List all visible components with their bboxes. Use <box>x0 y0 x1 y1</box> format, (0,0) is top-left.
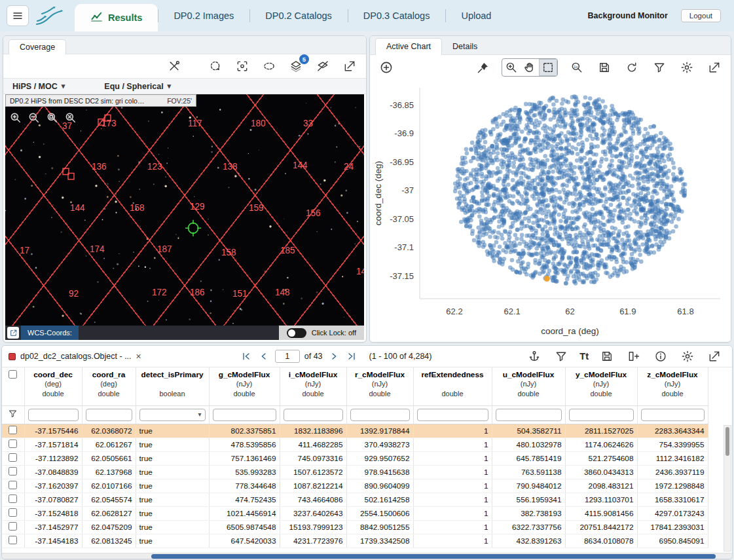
filter-input-u_cModelFlux[interactable] <box>496 409 562 421</box>
hips-moc-dropdown[interactable]: HiPS / MOC <box>12 82 65 91</box>
prev-page-button[interactable] <box>257 350 270 363</box>
expand-coverage-icon[interactable] <box>341 58 358 75</box>
row-checkbox[interactable] <box>9 508 17 517</box>
tab-coverage[interactable]: Coverage <box>9 39 66 54</box>
vertical-scrollbar[interactable] <box>724 425 731 551</box>
table-row[interactable]: -37.145297762.0475209true6505.9874548151… <box>2 520 708 534</box>
main-tab-dp0-2-catalogs[interactable]: DP0.2 Catalogs <box>249 0 348 31</box>
column-header-u_cModelFlux[interactable]: u_cModelFlux(nJy)double <box>492 367 565 405</box>
main-tab-results[interactable]: Results <box>75 4 158 31</box>
filter-input-z_cModelFlux[interactable] <box>641 409 705 421</box>
column-header-coord_ra[interactable]: coord_ra(deg)double <box>82 367 136 405</box>
mark-position-icon[interactable] <box>526 348 543 365</box>
table-row[interactable]: -37.157181462.061267true478.5395856411.4… <box>2 438 708 451</box>
horizontal-scrollbar[interactable] <box>2 553 732 559</box>
zoom-original-icon[interactable]: 1x <box>568 59 585 76</box>
row-checkbox[interactable] <box>9 467 17 476</box>
click-lock-toggle[interactable] <box>287 328 306 338</box>
layers-icon[interactable]: 5 <box>287 58 304 75</box>
add-chart-icon[interactable] <box>378 59 395 76</box>
text-view-icon[interactable]: Tt <box>579 351 589 362</box>
external-link-icon[interactable] <box>7 327 19 339</box>
box-select-icon[interactable] <box>539 59 557 76</box>
table-row[interactable]: -37.145418362.0813245true647.54200334231… <box>2 534 708 548</box>
column-header-refExtendedness[interactable]: refExtendedness double <box>413 367 492 405</box>
select-all-checkbox[interactable] <box>9 370 17 379</box>
logout-button[interactable]: Logout <box>681 9 721 22</box>
last-page-button[interactable] <box>345 350 358 363</box>
row-checkbox[interactable] <box>9 439 17 448</box>
cell-g_cModelFlux: 478.5395856 <box>209 438 280 451</box>
chart-settings-icon[interactable] <box>678 59 695 76</box>
column-header-coord_dec[interactable]: coord_dec(deg)double <box>24 367 82 405</box>
sky-image[interactable]: 3717311718033136123138144241441581291591… <box>5 94 364 326</box>
zoom-out-icon[interactable] <box>27 111 41 125</box>
column-header-detect_isPrimary[interactable]: detect_isPrimary boolean <box>136 367 209 405</box>
filter-chart-icon[interactable] <box>651 59 668 76</box>
row-checkbox[interactable] <box>9 481 17 489</box>
table-row[interactable]: -37.152481862.0628127true1021.4456914323… <box>2 506 708 520</box>
filter-input-coord_ra[interactable] <box>86 409 132 421</box>
column-header-y_cModelFlux[interactable]: y_cModelFlux(nJy)double <box>565 367 637 405</box>
filter-input-r_cModelFlux[interactable] <box>350 409 410 421</box>
table-row[interactable]: -37.078082762.0545574true474.752435743.4… <box>2 493 708 506</box>
zoom-fill-icon[interactable] <box>64 111 78 125</box>
expand-table-icon[interactable] <box>706 348 723 365</box>
save-table-icon[interactable] <box>598 348 615 365</box>
tools-icon[interactable] <box>166 58 183 75</box>
horizontal-scrollbar-thumb[interactable] <box>151 554 716 559</box>
column-header-g_cModelFlux[interactable]: g_cModelFlux(nJy)double <box>209 367 280 405</box>
expand-chart-icon[interactable] <box>706 59 723 76</box>
main-tab-upload[interactable]: Upload <box>445 0 507 31</box>
table-row[interactable]: -37.112389262.0505661true757.1361469745.… <box>2 451 708 465</box>
background-monitor-link[interactable]: Background Monitor <box>588 11 668 20</box>
ellipse-select-icon[interactable] <box>261 58 278 75</box>
filter-table-icon[interactable] <box>553 348 570 365</box>
chart-tab-details[interactable]: Details <box>442 39 488 54</box>
row-checkbox[interactable] <box>9 536 17 544</box>
table-row[interactable]: -37.162039762.0107166true778.3446481087.… <box>2 479 708 493</box>
table-settings-icon[interactable] <box>679 348 696 365</box>
table-color-chip[interactable] <box>9 353 16 360</box>
main-tab-dp0-3-catalogs[interactable]: DP0.3 Catalogs <box>348 0 446 31</box>
filter-select-detect_isPrimary[interactable] <box>139 409 206 421</box>
zoom-select-icon[interactable] <box>502 59 521 76</box>
main-tab-dp0-2-images[interactable]: DP0.2 Images <box>158 0 249 31</box>
zoom-in-icon[interactable] <box>9 111 23 125</box>
restore-chart-icon[interactable] <box>623 59 640 76</box>
filter-input-refExtendedness[interactable] <box>417 409 488 421</box>
hamburger-menu-button[interactable] <box>7 5 29 26</box>
table-row[interactable]: -37.084883962.137968true535.9932831507.6… <box>2 465 708 479</box>
row-checkbox[interactable] <box>9 426 17 434</box>
table-info-icon[interactable] <box>652 348 669 365</box>
page-number-input[interactable] <box>275 350 300 363</box>
column-header-r_cModelFlux[interactable]: r_cModelFlux(nJy)double <box>346 367 413 405</box>
chart-tab-active-chart[interactable]: Active Chart <box>375 38 442 55</box>
projection-dropdown[interactable]: Equ / Spherical <box>104 82 171 91</box>
next-page-button[interactable] <box>327 350 340 363</box>
row-checkbox[interactable] <box>9 495 17 503</box>
recenter-icon[interactable] <box>234 58 251 75</box>
filter-input-coord_dec[interactable] <box>28 409 79 421</box>
row-checkbox[interactable] <box>9 522 17 531</box>
add-column-icon[interactable] <box>625 348 642 365</box>
scatter-chart[interactable]: 62.262.16261.961.8-36.85-36.9-36.95-37-3… <box>370 80 731 343</box>
column-header-z_cModelFlux[interactable]: z_cModelFlux(nJy)double <box>637 367 708 405</box>
filter-input-g_cModelFlux[interactable] <box>213 409 276 421</box>
filter-input-y_cModelFlux[interactable] <box>569 409 634 421</box>
column-header-i_cModelFlux[interactable]: i_cModelFlux(nJy)double <box>280 367 346 405</box>
table-row[interactable]: -37.157544662.0368072true802.33758511832… <box>2 424 708 438</box>
row-checkbox[interactable] <box>9 453 17 462</box>
pin-chart-icon[interactable] <box>474 59 491 76</box>
close-table-icon[interactable]: × <box>136 351 141 362</box>
scatter-plot-svg: 62.262.16261.961.8-36.85-36.9-36.95-37-3… <box>370 80 731 341</box>
table-tab-title[interactable]: dp02_dc2_catalogs.Object - ... <box>20 352 132 361</box>
vertical-scrollbar-thumb[interactable] <box>725 427 729 456</box>
overlays-off-icon[interactable] <box>314 58 331 75</box>
zoom-fit-icon[interactable] <box>45 111 60 125</box>
save-chart-icon[interactable] <box>596 59 613 76</box>
filter-input-i_cModelFlux[interactable] <box>284 409 343 421</box>
pan-icon[interactable] <box>521 59 539 76</box>
select-region-icon[interactable] <box>207 58 224 75</box>
first-page-button[interactable] <box>240 350 253 363</box>
